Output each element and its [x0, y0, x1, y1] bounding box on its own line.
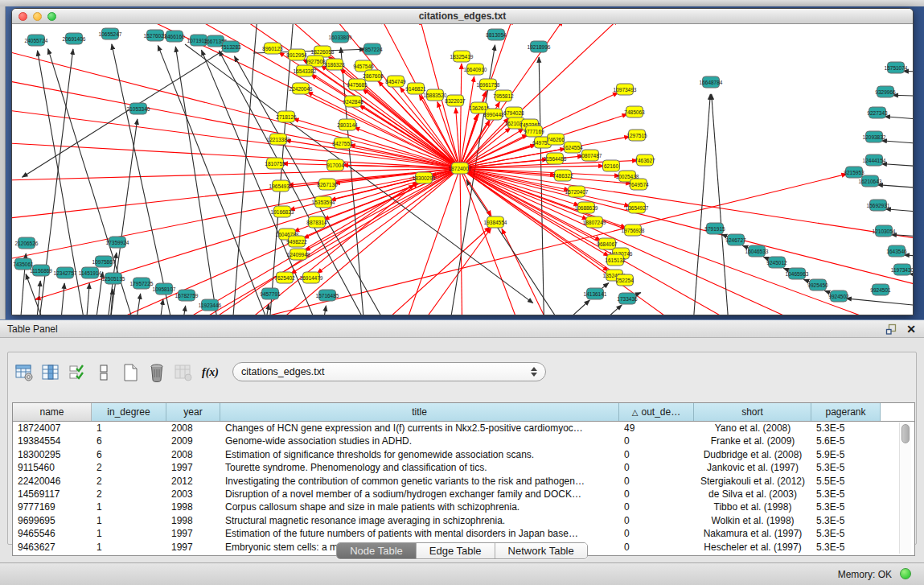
graph-node-16914479[interactable]: 16914479: [300, 272, 323, 283]
graph-node-15883520[interactable]: 15883520: [424, 89, 447, 101]
graph-node-62160[interactable]: 62160: [603, 160, 620, 171]
graph-node-10688639[interactable]: 10688639: [575, 202, 598, 213]
graph-node-10807487[interactable]: 10807487: [579, 150, 602, 161]
table-cell[interactable]: Tibbo et al. (1998): [694, 501, 811, 513]
graph-node-19654932[interactable]: 19654932: [269, 180, 293, 192]
table-cell[interactable]: 2009: [166, 435, 220, 447]
graph-node-9924501[interactable]: 9924501: [870, 284, 891, 295]
float-panel-icon[interactable]: [885, 323, 897, 335]
graph-node-12444154[interactable]: 12444154: [863, 154, 886, 166]
delete-icon[interactable]: [147, 363, 166, 382]
table-cell[interactable]: 2012: [166, 475, 220, 488]
graph-node-16648784[interactable]: 16648784: [700, 76, 723, 88]
graph-node-9498222[interactable]: 9498222: [286, 236, 307, 247]
graph-node-21206526[interactable]: 21206526: [15, 237, 39, 249]
table-row[interactable]: 946554611997Estimation of the future num…: [13, 527, 914, 540]
graph-node-24055724[interactable]: 24055724: [25, 35, 48, 46]
new-table-icon[interactable]: [121, 363, 140, 382]
graph-node-9925450[interactable]: 9925450: [807, 279, 828, 290]
graph-node-2867608[interactable]: 2867608: [363, 70, 384, 81]
table-cell[interactable]: de Silva et al. (2003): [694, 488, 811, 501]
table-cell[interactable]: Estimation of significance thresholds fo…: [220, 448, 619, 461]
graph-node-14136141[interactable]: 14136141: [584, 288, 607, 299]
table-cell[interactable]: 1997: [166, 461, 220, 474]
table-cell[interactable]: 5.9E-5: [811, 448, 881, 461]
table-cell[interactable]: 1: [92, 501, 166, 513]
graph-node-7649574[interactable]: 7649574: [628, 179, 649, 190]
table-cell[interactable]: 5.5E-5: [811, 475, 881, 488]
table-cell[interactable]: Investigating the contribution of common…: [220, 475, 619, 488]
graph-node-8960123[interactable]: 8960123: [262, 43, 283, 54]
graph-node-1297515[interactable]: 1297515: [626, 130, 647, 141]
graph-node-16046533[interactable]: 16046533: [745, 245, 769, 257]
table-row[interactable]: 2242004622012Investigating the contribut…: [13, 475, 914, 488]
graph-node-10958107[interactable]: 10958107: [153, 283, 176, 295]
graph-node-8912954[interactable]: 8912954: [286, 49, 307, 60]
table-panel-titlebar[interactable]: Table Panel ✕: [0, 319, 924, 338]
column-header-year[interactable]: year: [166, 403, 220, 421]
graph-node-7625402[interactable]: 7625402: [274, 272, 295, 283]
table-selector-dropdown[interactable]: citations_edges.txt: [232, 362, 546, 381]
table-cell[interactable]: Disruption of a novel member of a sodium…: [220, 488, 619, 501]
graph-node-917004[interactable]: 917004: [326, 159, 344, 171]
graph-node-18300295[interactable]: 18300295: [413, 172, 436, 183]
graph-node-11923446[interactable]: 11923446: [199, 299, 222, 311]
graph-node-17359924[interactable]: 17359924: [106, 237, 129, 248]
column-header-pagerank[interactable]: pagerank: [811, 403, 881, 421]
graph-node-21564486[interactable]: 21564486: [544, 153, 567, 164]
graph-node-16543382[interactable]: 16543382: [294, 65, 317, 76]
table-cell[interactable]: 18724007: [13, 422, 92, 435]
graph-node-15751074[interactable]: 15751074: [885, 62, 908, 73]
table-cell[interactable]: 5.6E-5: [811, 435, 881, 447]
graph-node-19166823[interactable]: 19166823: [271, 206, 294, 217]
graph-node-16210643[interactable]: 16210643: [859, 175, 882, 187]
vertical-scrollbar[interactable]: [899, 422, 911, 554]
table-cell[interactable]: 1998: [166, 501, 220, 513]
table-cell[interactable]: 1997: [166, 527, 220, 540]
graph-node-20691406[interactable]: 20691406: [63, 33, 86, 44]
table-cell[interactable]: 14569117: [13, 488, 92, 501]
graph-node-9777169[interactable]: 9777169: [524, 126, 544, 137]
graph-node-12093832[interactable]: 12093832: [863, 131, 886, 142]
table-cell[interactable]: Corpus callosum shape and size in male p…: [220, 501, 619, 513]
graph-node-7857224[interactable]: 7857224: [362, 43, 383, 55]
graph-node-252254[interactable]: 252254: [616, 274, 634, 286]
table-cell[interactable]: 6: [92, 448, 166, 461]
graph-node-8878314[interactable]: 8878314: [306, 216, 327, 228]
graph-node-2718126[interactable]: 2718126: [276, 111, 297, 122]
graph-node-6794028[interactable]: 6794028: [503, 107, 524, 118]
close-panel-icon[interactable]: ✕: [906, 322, 916, 336]
graph-node-746266[interactable]: 746266: [547, 134, 565, 145]
graph-node-15692931[interactable]: 15692931: [867, 200, 890, 211]
table-cell[interactable]: 9115460: [13, 461, 92, 474]
graph-node-8322037[interactable]: 8322037: [445, 95, 466, 106]
column-header-short[interactable]: short: [694, 403, 811, 421]
table-cell[interactable]: Genome-wide association studies in ADHD.: [220, 435, 619, 447]
table-cell[interactable]: Changes of HCN gene expression and I(f) …: [220, 422, 619, 435]
graph-node-8427552[interactable]: 8427552: [332, 138, 353, 149]
table-cell[interactable]: 2008: [166, 448, 220, 461]
graph-node-13654927[interactable]: 13654927: [626, 202, 649, 213]
graph-node-12213383[interactable]: 12213383: [267, 134, 290, 145]
table-row[interactable]: 1872400712008Changes of HCN gene express…: [13, 422, 914, 435]
graph-node-7513283[interactable]: 7513283: [220, 41, 241, 52]
node-table[interactable]: namein_degreeyeartitle△out_de…shortpager…: [12, 402, 915, 556]
table-cell[interactable]: 5.3E-5: [811, 501, 881, 513]
graph-node-9246727[interactable]: 9246727: [725, 234, 746, 245]
graph-node-9475685[interactable]: 9475685: [347, 79, 368, 90]
select-column-icon[interactable]: [41, 363, 60, 382]
graph-node-18724007[interactable]: 18724007: [449, 163, 472, 174]
graph-node-1810755[interactable]: 1810755: [265, 158, 285, 169]
graph-node-11973430[interactable]: 11973430: [891, 264, 913, 275]
graph-node-7955812[interactable]: 7955812: [493, 90, 514, 101]
graph-node-15720407[interactable]: 15720407: [565, 186, 589, 197]
column-header-in_degree[interactable]: in_degree: [92, 403, 166, 421]
zoom-window-icon[interactable]: [47, 12, 56, 21]
citation-network-graph[interactable]: 1872400789601238912954182260589927508818…: [12, 24, 913, 315]
graph-node-9457791[interactable]: 9457791: [260, 288, 281, 299]
table-cell[interactable]: 1998: [166, 514, 220, 527]
graph-node-7463627[interactable]: 7463627: [634, 154, 655, 166]
graph-node-12409948[interactable]: 12409948: [287, 249, 310, 260]
graph-node-18325419[interactable]: 18325419: [450, 51, 474, 62]
network-view-window[interactable]: citations_edges.txt 18724007896012389129…: [11, 8, 914, 315]
